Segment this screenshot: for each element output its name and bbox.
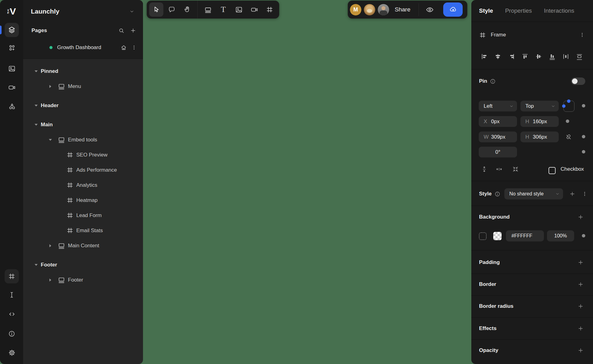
width-field[interactable]: W 309px: [479, 132, 517, 142]
stretch-horizontal-button[interactable]: [495, 165, 503, 173]
vev-logo[interactable]: V E V: [0, 5, 23, 18]
layer-row-footer-group[interactable]: Footer: [23, 257, 143, 272]
rail-item-shapes[interactable]: [5, 99, 19, 113]
tool-frame[interactable]: [263, 2, 277, 17]
tool-image[interactable]: [232, 2, 246, 17]
background-target-icon[interactable]: [479, 232, 486, 240]
align-bottom-button[interactable]: [549, 53, 556, 60]
rotation-field[interactable]: 0°: [479, 147, 517, 157]
add-padding-button[interactable]: [576, 258, 585, 267]
y-offset-field[interactable]: H 160px: [520, 116, 559, 127]
stretch-vertical-button[interactable]: [480, 165, 488, 173]
element-menu-button[interactable]: [578, 30, 587, 40]
layer-row-main-content[interactable]: Main Content: [23, 238, 143, 253]
shared-style-menu-button[interactable]: [580, 189, 589, 199]
layer-row-menu[interactable]: Menu: [23, 79, 143, 94]
caret-down-icon[interactable]: [34, 123, 38, 127]
variable-dot[interactable]: [582, 150, 585, 153]
pin-position-widget[interactable]: [563, 101, 574, 112]
align-left-button[interactable]: [481, 53, 488, 60]
x-field[interactable]: X 0px: [479, 116, 517, 127]
search-pages-button[interactable]: [117, 26, 126, 35]
align-top-button[interactable]: [521, 53, 529, 60]
caret-down-icon[interactable]: [34, 263, 38, 267]
add-border-radius-button[interactable]: [576, 302, 585, 311]
tool-video[interactable]: [247, 2, 261, 17]
layer-row-footer[interactable]: Footer: [23, 272, 143, 287]
preview-button[interactable]: [423, 3, 437, 16]
project-switcher[interactable]: Launchly: [23, 4, 143, 19]
rail-item-layers[interactable]: [5, 23, 19, 37]
checkbox[interactable]: [549, 167, 556, 174]
rail-item-video[interactable]: [5, 80, 19, 94]
layer-row-main[interactable]: Main: [23, 117, 143, 132]
anchor-horizontal-select[interactable]: Left: [479, 101, 517, 111]
tool-comment[interactable]: [165, 2, 179, 17]
share-button[interactable]: Share: [395, 6, 410, 13]
rail-item-image[interactable]: [5, 61, 19, 76]
page-menu-button[interactable]: [129, 43, 139, 52]
height-field[interactable]: H 306px: [520, 132, 559, 142]
rail-item-settings[interactable]: [5, 345, 19, 360]
rail-item-info[interactable]: [5, 327, 19, 341]
variable-dot[interactable]: [566, 119, 569, 123]
layer-row-header[interactable]: Header: [23, 98, 143, 113]
anchor-vertical-select[interactable]: Top: [520, 101, 559, 111]
align-stretch-button[interactable]: [576, 53, 583, 60]
background-opacity-field[interactable]: 100%: [547, 230, 574, 241]
tab-style[interactable]: Style: [479, 7, 493, 14]
pin-toggle[interactable]: [571, 77, 585, 85]
tool-hand[interactable]: [180, 2, 194, 17]
pin-dot-left[interactable]: [562, 104, 566, 108]
variable-dot[interactable]: [582, 135, 585, 138]
layer-row-heatmap[interactable]: Heatmap: [23, 193, 143, 208]
caret-down-icon[interactable]: [34, 69, 38, 73]
border-section-header: Border: [479, 278, 585, 291]
distribute-horizontal-button[interactable]: [562, 53, 570, 60]
avatar-person[interactable]: [377, 4, 389, 16]
variable-dot[interactable]: [582, 104, 585, 107]
layer-row-ads-performance[interactable]: Ads Performance: [23, 162, 143, 178]
layer-row-email-stats[interactable]: Email Stats: [23, 223, 143, 238]
layer-row-embed-tools[interactable]: Embed tools: [23, 132, 143, 147]
caret-right-icon[interactable]: [48, 84, 53, 89]
add-background-button[interactable]: [576, 212, 585, 222]
align-right-button[interactable]: [508, 53, 515, 60]
add-page-button[interactable]: [128, 26, 138, 35]
rail-item-frame-tool[interactable]: [5, 269, 19, 283]
tool-select[interactable]: [149, 2, 163, 17]
align-center-vertical-button[interactable]: [535, 53, 542, 60]
caret-down-icon[interactable]: [34, 103, 38, 108]
color-swatch[interactable]: [493, 232, 502, 240]
avatar-m[interactable]: M: [350, 4, 362, 16]
add-effects-button[interactable]: [576, 324, 585, 333]
layer-row-analytics[interactable]: Analytics: [23, 178, 143, 193]
rail-item-components[interactable]: [5, 41, 19, 55]
tab-properties[interactable]: Properties: [505, 7, 532, 14]
pin-dot-top[interactable]: [567, 99, 570, 103]
tool-text[interactable]: T: [216, 2, 230, 17]
add-shared-style-button[interactable]: [568, 189, 577, 199]
rail-item-code[interactable]: [5, 307, 19, 321]
tab-interactions[interactable]: Interactions: [544, 7, 574, 14]
caret-down-icon[interactable]: [48, 138, 53, 142]
layer-row-pinned[interactable]: Pinned: [23, 64, 143, 79]
add-opacity-button[interactable]: [576, 346, 585, 355]
tool-section[interactable]: [201, 2, 215, 17]
caret-right-icon[interactable]: [48, 278, 53, 282]
variable-dot[interactable]: [582, 234, 585, 237]
layer-row-lead-form[interactable]: Lead Form: [23, 208, 143, 223]
publish-button[interactable]: [443, 2, 463, 17]
fit-content-button[interactable]: [511, 165, 519, 173]
unlink-dimensions-button[interactable]: [565, 133, 572, 141]
avatar-dog[interactable]: [364, 4, 376, 16]
align-center-horizontal-button[interactable]: [494, 53, 502, 60]
rail-item-text-cursor[interactable]: [5, 288, 19, 302]
background-color-field[interactable]: #FFFFFF: [506, 230, 544, 241]
layer-row-seo-preview[interactable]: SEO Preview: [23, 147, 143, 162]
caret-right-icon[interactable]: [48, 244, 53, 248]
add-border-button[interactable]: [576, 280, 585, 289]
page-item-growth-dashboard[interactable]: Growth Dashboard: [23, 42, 143, 53]
home-page-button[interactable]: [119, 43, 128, 52]
shared-style-select[interactable]: No shared style: [504, 188, 563, 199]
